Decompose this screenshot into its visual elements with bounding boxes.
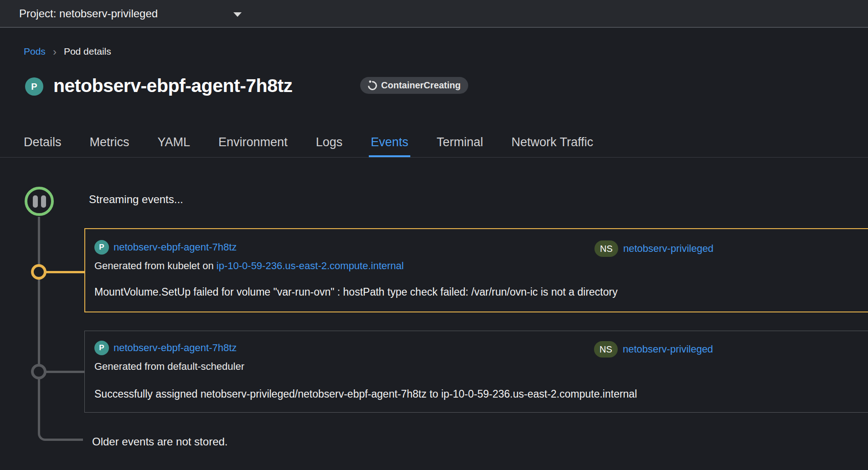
event-card-normal: P netobserv-ebpf-agent-7h8tz NS netobser… xyxy=(84,331,868,413)
node-link[interactable]: ip-10-0-59-236.us-east-2.compute.interna… xyxy=(217,260,404,271)
pause-icon xyxy=(41,195,46,208)
streaming-status-text: Streaming events... xyxy=(89,193,183,206)
tab-network-traffic[interactable]: Network Traffic xyxy=(512,128,594,157)
pod-link[interactable]: netobserv-ebpf-agent-7h8tz xyxy=(114,342,237,354)
pod-details-tabbar: Details Metrics YAML Environment Logs Ev… xyxy=(0,128,868,158)
breadcrumb-current: Pod details xyxy=(64,46,111,57)
event-message: Successfully assigned netobserv-privileg… xyxy=(94,388,860,400)
event-timeline-line xyxy=(38,217,83,441)
pod-link[interactable]: netobserv-ebpf-agent-7h8tz xyxy=(114,241,237,253)
pause-streaming-button[interactable] xyxy=(25,187,54,216)
event-source-row: Generated from default-scheduler xyxy=(94,361,860,373)
event-source-text: Generated from kubelet on xyxy=(94,260,217,271)
event-namespace-group: NS netobserv-privileged xyxy=(594,240,713,257)
tab-logs[interactable]: Logs xyxy=(316,128,343,157)
pod-resource-icon: P xyxy=(94,240,109,255)
event-card-warning: P netobserv-ebpf-agent-7h8tz NS netobser… xyxy=(84,228,868,312)
breadcrumb-separator-icon: › xyxy=(53,47,57,56)
page-title: netobserv-ebpf-agent-7h8tz xyxy=(53,75,293,97)
tab-terminal[interactable]: Terminal xyxy=(437,128,483,157)
tab-environment[interactable]: Environment xyxy=(218,128,288,157)
tab-details[interactable]: Details xyxy=(24,128,62,157)
tab-metrics[interactable]: Metrics xyxy=(90,128,129,157)
namespace-resource-icon: NS xyxy=(594,240,618,257)
project-selector-bar: Project: netobserv-privileged xyxy=(0,0,868,28)
event-resource-row: P netobserv-ebpf-agent-7h8tz xyxy=(94,341,860,355)
event-source-text: Generated from default-scheduler xyxy=(94,361,244,372)
event-source-row: Generated from kubelet on ip-10-0-59-236… xyxy=(94,260,859,272)
pod-resource-icon: P xyxy=(25,77,43,96)
namespace-link[interactable]: netobserv-privileged xyxy=(623,243,713,255)
breadcrumb-pods-link[interactable]: Pods xyxy=(24,46,46,57)
pause-icon xyxy=(33,195,38,208)
chevron-down-icon[interactable] xyxy=(233,12,242,17)
event-connector-normal xyxy=(45,371,85,373)
event-namespace-group: NS netobserv-privileged xyxy=(594,341,713,358)
project-selector[interactable]: Project: netobserv-privileged xyxy=(19,0,158,27)
namespace-link[interactable]: netobserv-privileged xyxy=(623,343,713,355)
event-timeline-dot-normal xyxy=(31,364,46,379)
event-connector-warning xyxy=(45,271,85,273)
status-badge: ContainerCreating xyxy=(360,77,468,94)
tab-events[interactable]: Events xyxy=(371,128,408,157)
in-progress-spinner-icon xyxy=(366,79,379,92)
pod-resource-icon: P xyxy=(94,341,109,355)
namespace-resource-icon: NS xyxy=(594,341,618,358)
event-message: MountVolume.SetUp failed for volume "var… xyxy=(94,286,859,298)
tab-yaml[interactable]: YAML xyxy=(158,128,191,157)
status-badge-label: ContainerCreating xyxy=(381,80,460,91)
event-resource-row: P netobserv-ebpf-agent-7h8tz xyxy=(94,240,859,255)
older-events-note: Older events are not stored. xyxy=(92,435,228,448)
event-timeline-dot-warning xyxy=(31,264,46,280)
breadcrumb: Pods › Pod details xyxy=(24,46,111,57)
